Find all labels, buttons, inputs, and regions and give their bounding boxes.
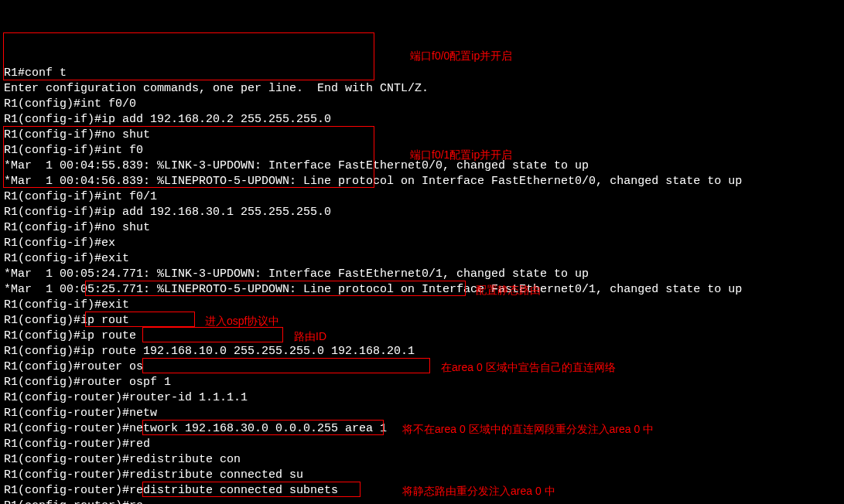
- terminal-line: *Mar 1 00:04:56.839: %LINEPROTO-5-UPDOWN…: [4, 174, 840, 189]
- annotation-note: 端口f0/0配置ip并开启: [410, 48, 512, 63]
- terminal-line: R1(config-if)#ex: [4, 236, 840, 251]
- terminal-line: R1(config-if)#int f0/1: [4, 189, 840, 205]
- terminal-line: R1(config-router)#red: [4, 437, 840, 452]
- annotation-note: 端口f0/1配置ip并开启: [410, 147, 512, 162]
- terminal-line: *Mar 1 00:05:25.771: %LINEPROTO-5-UPDOWN…: [4, 282, 840, 298]
- terminal-line: R1(config)#int f0/0: [4, 97, 840, 112]
- terminal-line: R1(config-if)#no shut: [4, 220, 840, 236]
- terminal-line: R1(config-if)#ip add 192.168.30.1 255.25…: [4, 205, 840, 220]
- terminal-line: R1(config-if)#no shut: [4, 128, 840, 143]
- annotation-note: 将不在area 0 区域中的直连网段重分发注入area 0 中: [402, 421, 654, 437]
- annotation-note: 配置静态路由: [476, 282, 541, 298]
- terminal-line: *Mar 1 00:05:24.771: %LINK-3-UPDOWN: Int…: [4, 267, 840, 282]
- terminal-line: Enter configuration commands, one per li…: [4, 81, 840, 97]
- annotation-note: 将静态路由重分发注入area 0 中: [402, 483, 555, 499]
- terminal-line: R1(config-router)#netw: [4, 406, 840, 421]
- terminal-line: R1(config)#router os: [4, 359, 840, 375]
- terminal-line: R1(config)#ip route: [4, 329, 840, 344]
- terminal-line: R1(config)#ip route 192.168.10.0 255.255…: [4, 344, 840, 359]
- terminal-line: R1(config-if)#exit: [4, 298, 840, 313]
- terminal-line: R1(config)#router ospf 1: [4, 375, 840, 390]
- terminal-line: R1(config-router)#re: [4, 499, 840, 504]
- annotation-note: 进入ospf协议中: [205, 313, 279, 329]
- terminal-line: R1(config-if)#ip add 192.168.20.2 255.25…: [4, 112, 840, 128]
- terminal-line: R1#conf t: [4, 66, 840, 81]
- terminal-line: R1(config-router)#redistribute connected…: [4, 468, 840, 483]
- annotation-note: 路由ID: [294, 329, 326, 344]
- annotation-note: 在area 0 区域中宣告自己的直连网络: [441, 359, 616, 375]
- terminal-output[interactable]: R1#conf tEnter configuration commands, o…: [4, 66, 840, 504]
- terminal-line: R1(config-router)#router-id 1.1.1.1: [4, 390, 840, 406]
- terminal-line: R1(config)#ip rout: [4, 313, 840, 329]
- terminal-line: R1(config-if)#exit: [4, 251, 840, 267]
- terminal-line: R1(config-router)#redistribute con: [4, 452, 840, 468]
